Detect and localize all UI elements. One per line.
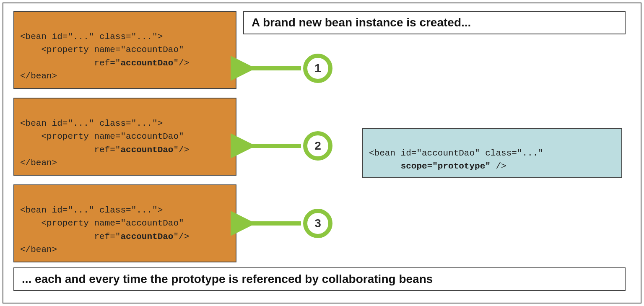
bean1-l1: <bean id="..." class="..."> [20, 32, 163, 41]
bean2-l1: <bean id="..." class="..."> [20, 119, 163, 128]
bean1-l3p: ref=" [20, 58, 120, 68]
proto-l2b: scope="prototype" [401, 161, 491, 171]
bean1-l2: <property name="accountDao" [20, 45, 184, 54]
bean1-l3e: "/> [173, 58, 189, 68]
bean3-l1: <bean id="..." class="..."> [20, 205, 163, 215]
bean-box-1: <bean id="..." class="..."> <property na… [13, 11, 236, 89]
arrow-1 [238, 58, 305, 79]
bean2-l2: <property name="accountDao" [20, 132, 184, 141]
arrow-2 [238, 135, 305, 156]
title-bottom: ... each and every time the prototype is… [13, 267, 626, 291]
bean-box-3: <bean id="..." class="..."> <property na… [13, 184, 236, 262]
arrow-3 [238, 213, 305, 234]
bean1-l3b: accountDao [120, 58, 173, 68]
bean2-l3e: "/> [173, 145, 189, 155]
proto-l2p [369, 161, 401, 171]
title-top-text: A brand new bean instance is created... [252, 16, 471, 29]
bean3-l3e: "/> [173, 232, 189, 241]
bean3-l3p: ref=" [20, 232, 120, 241]
diagram-frame: A brand new bean instance is created... … [3, 3, 641, 303]
prototype-box: <bean id="accountDao" class="..." scope=… [362, 128, 622, 178]
bean2-l4: </bean> [20, 158, 57, 168]
title-top: A brand new bean instance is created... [243, 11, 626, 34]
bean2-l3b: accountDao [120, 145, 173, 155]
badge-1: 1 [303, 54, 332, 83]
badge-2-text: 2 [314, 139, 321, 153]
bean1-l4: </bean> [20, 71, 57, 81]
badge-2: 2 [303, 131, 332, 161]
bean2-l3p: ref=" [20, 145, 120, 155]
bean3-l4: </bean> [20, 245, 57, 254]
title-bottom-text: ... each and every time the prototype is… [22, 272, 433, 285]
bean-box-2: <bean id="..." class="..."> <property na… [13, 98, 236, 176]
bean3-l2: <property name="accountDao" [20, 218, 184, 228]
badge-1-text: 1 [314, 62, 321, 75]
badge-3: 3 [303, 209, 332, 238]
proto-l2e: /> [491, 161, 506, 171]
bean3-l3b: accountDao [120, 232, 173, 241]
proto-l1: <bean id="accountDao" class="..." [369, 148, 543, 158]
badge-3-text: 3 [314, 217, 321, 230]
